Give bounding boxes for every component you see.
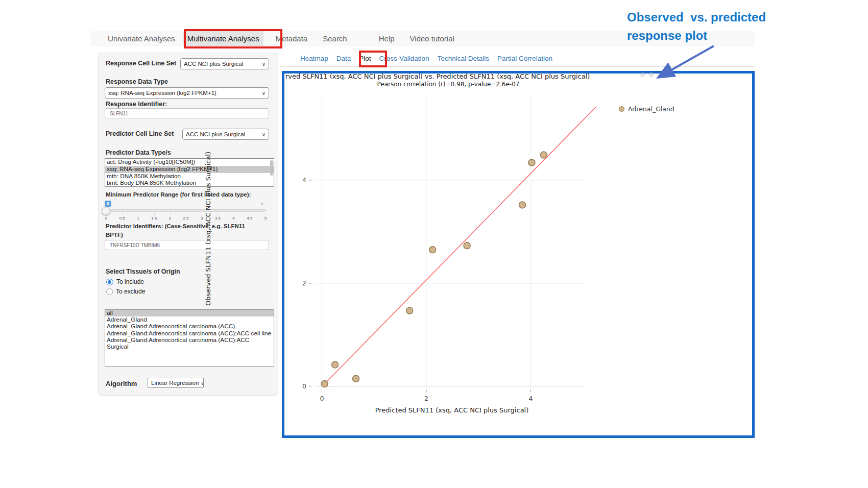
predictor-identifiers-label: Predictor Identifiers: (Case-Sensitive, … xyxy=(106,223,245,229)
slider-tick-mark xyxy=(218,213,218,215)
slider-tick-label: 3 xyxy=(201,216,203,221)
radio-to-exclude-label: To exclude xyxy=(116,288,145,295)
slider-tick-mark xyxy=(138,213,138,215)
response-cell-line-set-value: ACC NCI plus Surgical xyxy=(184,61,243,67)
algorithm-value: Linear Regression xyxy=(151,380,199,386)
slider-tick-mark xyxy=(250,213,250,215)
slider-max-label: 5 xyxy=(261,202,263,206)
radio-selected-icon xyxy=(106,279,113,285)
min-predictor-range-label: Minimum Predictor Range (for first liste… xyxy=(106,191,251,198)
tab-cross-validation[interactable]: Cross-Validation xyxy=(379,55,429,62)
list-item[interactable]: act: Drug Activity (-log10[IC50M]) xyxy=(105,159,274,166)
slider-tick-label: 2.5 xyxy=(183,216,188,221)
predictor-cell-line-set-label: Predictor Cell Line Set xyxy=(106,130,174,137)
slider-tick-label: 0 xyxy=(105,216,107,221)
slider-tick-label: 0.5 xyxy=(119,216,125,221)
list-item[interactable]: bmt: Body DNA 850K Methylation xyxy=(105,180,274,187)
slider-tick-label: 4 xyxy=(232,216,234,221)
slider-value-label: 0 xyxy=(105,201,111,207)
tab-technical-details[interactable]: Technical Details xyxy=(438,55,489,62)
slider-tick-mark xyxy=(106,213,107,215)
control-panel: Response Cell Line Set ACC NCI plus Surg… xyxy=(98,53,278,396)
list-item[interactable]: mth: DNA 850K Methylation xyxy=(105,173,274,180)
nav-item-metadata[interactable]: Metadata xyxy=(272,31,312,46)
slider-tick-label: 5 xyxy=(264,216,267,221)
predictor-data-types-listbox[interactable]: act: Drug Activity (-log10[IC50M])xsq: R… xyxy=(105,158,274,187)
tabs-divider xyxy=(280,66,755,67)
list-item[interactable]: xsq: RNA-seq Expression (log2 FPKM+1) xyxy=(105,166,274,173)
tissue-origin-label: Select Tissue/s of Origin xyxy=(106,268,180,275)
chevron-down-icon: ∨ xyxy=(262,132,266,137)
nav-item-multivariate-analyses[interactable]: Multivariate Analyses xyxy=(183,31,263,46)
slider-tick-mark xyxy=(202,213,202,215)
plot-legend[interactable]: Adrenal_Gland xyxy=(619,105,674,113)
annotation-line2: response plot xyxy=(627,29,707,43)
predictor-data-types-label: Predictor Data Type/s xyxy=(106,149,171,156)
predictor-identifiers-value: TNFRSF10D TMBIM6 xyxy=(110,242,160,248)
slider-tick-mark xyxy=(234,213,234,215)
radio-to-include-label: To include xyxy=(116,278,144,285)
response-identifier-label: Response Identifier: xyxy=(106,101,167,108)
nav-item-search[interactable]: Search xyxy=(319,31,351,46)
x-tick-label: 2 xyxy=(420,395,432,402)
predictor-cell-line-set-select[interactable]: ACC NCI plus Surgical ∨ xyxy=(182,129,269,140)
slider-tick-mark xyxy=(266,213,266,215)
nav-item-help[interactable]: Help xyxy=(375,31,399,46)
response-cell-line-set-select[interactable]: ACC NCI plus Surgical ∨ xyxy=(180,58,269,69)
tab-heatmap[interactable]: Heatmap xyxy=(300,55,328,62)
slider-tick-mark xyxy=(170,213,171,215)
nav-item-univariate-analyses[interactable]: Univariate Analyses xyxy=(104,31,179,46)
annotation-line1: Observed vs. predicted xyxy=(627,10,766,25)
slider-tick-label: 2 xyxy=(169,216,171,221)
radio-to-exclude[interactable]: To exclude xyxy=(106,288,145,295)
x-tick-label: 0 xyxy=(316,395,328,402)
nav-item-video-tutorial[interactable]: Video tutorial xyxy=(406,31,459,46)
algorithm-label: Algorithm xyxy=(106,380,137,387)
chevron-down-icon: ∨ xyxy=(262,90,266,96)
predictor-identifiers-label2: BPTF) xyxy=(106,232,123,238)
slider-tick-mark xyxy=(186,213,186,215)
plot-title: rved SLFN11 (xsq, ACC NCI plus Surgical)… xyxy=(285,72,590,80)
slider-tick-label: 1 xyxy=(137,216,139,221)
x-tick-label: 4 xyxy=(524,395,537,402)
list-item[interactable]: Adrenal_Gland:Adrenocortical carcinoma (… xyxy=(105,323,274,330)
response-identifier-input[interactable]: SLFN11 xyxy=(105,108,269,118)
chevron-down-icon: ∨ xyxy=(201,380,204,386)
response-data-type-value: xsq: RNA-seq Expression (log2 FPKM+1) xyxy=(108,90,216,96)
min-predictor-range-slider[interactable] xyxy=(105,209,266,212)
response-data-type-select[interactable]: xsq: RNA-seq Expression (log2 FPKM+1) ∨ xyxy=(105,87,269,99)
tab-partial-correlation[interactable]: Partial Correlation xyxy=(497,55,552,62)
slider-tick-label: 4.5 xyxy=(247,216,252,221)
predictor-cell-line-set-value: ACC NCI plus Surgical xyxy=(186,131,245,137)
response-cell-line-set-label: Response Cell Line Set xyxy=(106,60,176,67)
legend-marker-icon xyxy=(619,106,624,112)
predictor-identifiers-input[interactable]: TNFRSF10D TMBIM6 xyxy=(105,240,269,250)
algorithm-select[interactable]: Linear Regression ∨ xyxy=(148,378,204,388)
list-item[interactable]: Adrenal_Gland:Adrenocortical carcinoma (… xyxy=(105,330,274,337)
radio-unselected-icon xyxy=(106,288,113,295)
plotly-zoom-icon[interactable] xyxy=(649,72,654,77)
slider-tick-mark xyxy=(122,213,123,215)
slider-tick-label: 1.5 xyxy=(151,216,157,221)
y-tick-label: 0 xyxy=(291,382,306,390)
listbox-scrollbar[interactable] xyxy=(270,160,273,176)
cellminer-cdb-page: Univariate AnalysesMultivariate Analyses… xyxy=(0,0,868,488)
y-tick-label: 2 xyxy=(291,279,306,287)
y-axis-title: Observed SLFN11 (xsq, ACC NCI plus Surgi… xyxy=(204,96,212,361)
tab-plot[interactable]: Plot xyxy=(359,55,371,62)
radio-to-include[interactable]: To include xyxy=(106,278,144,285)
top-navigation: Univariate AnalysesMultivariate Analyses… xyxy=(104,31,459,46)
tissue-origin-listbox[interactable]: allAdrenal_GlandAdrenal_Gland:Adrenocort… xyxy=(105,309,274,367)
slider-tick-label: 3.5 xyxy=(215,216,221,221)
slider-tick-mark xyxy=(154,213,155,215)
y-tick-label: 4 xyxy=(291,176,306,184)
response-data-type-label: Response Data Type xyxy=(106,78,168,85)
x-axis-title: Predicted SLFN11 (xsq, ACC NCI plus Surg… xyxy=(317,406,587,414)
tab-data[interactable]: Data xyxy=(336,55,351,62)
plot-subtitle: Pearson correlation (r)=0.98, p-value=2.… xyxy=(284,81,613,88)
plot-panel xyxy=(282,71,755,438)
chevron-down-icon: ∨ xyxy=(262,61,266,67)
result-tabs: HeatmapDataPlotCross-ValidationTechnical… xyxy=(300,55,552,62)
list-item[interactable]: Adrenal_Gland:Adrenocortical carcinoma (… xyxy=(105,337,274,350)
plotly-camera-icon[interactable] xyxy=(640,72,645,77)
